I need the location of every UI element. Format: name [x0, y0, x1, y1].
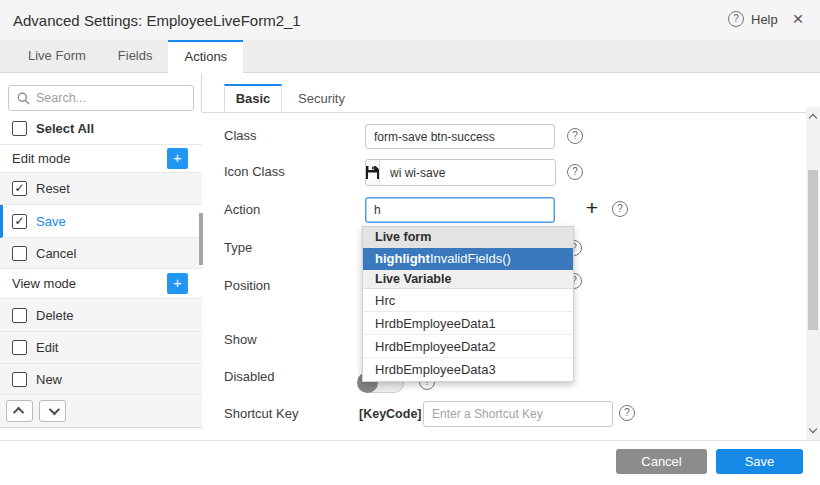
class-input[interactable] — [365, 124, 555, 149]
dropdown-group-live-form: Live form — [363, 227, 573, 248]
tab-actions[interactable]: Actions — [168, 40, 243, 73]
icon-class-help-icon[interactable]: ? — [567, 164, 583, 180]
close-icon[interactable]: × — [787, 8, 809, 30]
class-label: Class — [224, 128, 344, 143]
icon-class-input-group — [365, 159, 556, 186]
section-edit-mode: Edit mode + — [0, 145, 202, 173]
dialog-footer: Cancel Save — [0, 440, 820, 485]
cancel-label: Cancel — [36, 246, 76, 261]
shortcut-key-label: Shortcut Key — [224, 406, 344, 421]
delete-label: Delete — [36, 308, 74, 323]
edit-label: Edit — [36, 340, 58, 355]
icon-class-addon[interactable] — [366, 160, 380, 185]
save-icon — [366, 166, 379, 179]
search-input[interactable] — [36, 91, 176, 105]
chevron-down-icon — [48, 404, 59, 415]
action-label: Action — [224, 202, 344, 217]
sidebar-scrollbar-thumb[interactable] — [199, 213, 203, 265]
disabled-label: Disabled — [224, 369, 344, 384]
sidebar-item-reset[interactable]: ✓ Reset — [0, 173, 202, 205]
sidebar-item-select-all[interactable]: Select All — [0, 112, 202, 145]
shortcut-help-icon[interactable]: ? — [619, 405, 635, 421]
edit-checkbox[interactable] — [12, 340, 27, 355]
dropdown-group-live-variable: Live Variable — [363, 270, 573, 289]
add-edit-action-button[interactable]: + — [167, 148, 188, 169]
type-label: Type — [224, 240, 344, 255]
dropdown-item-highlight-invalid-fields[interactable]: highlightInvalidFields() — [363, 248, 573, 270]
shortcut-key-input[interactable] — [423, 401, 613, 427]
main-tabbar: Live Form Fields Actions — [0, 40, 820, 73]
icon-class-input[interactable] — [380, 160, 555, 185]
scroll-up-icon[interactable] — [809, 114, 817, 122]
tab-live-form[interactable]: Live Form — [12, 40, 102, 72]
tab-security[interactable]: Security — [284, 85, 359, 113]
help-icon: ? — [728, 11, 744, 27]
sidebar-item-new[interactable]: New — [0, 364, 202, 395]
new-label: New — [36, 372, 62, 387]
add-view-action-button[interactable]: + — [167, 273, 188, 294]
actions-sidebar: Select All Edit mode + ✓ Reset ✓ Save Ca… — [0, 73, 202, 428]
reset-label: Reset — [36, 181, 70, 196]
check-icon: ✓ — [14, 182, 24, 195]
icon-class-label: Icon Class — [224, 164, 344, 179]
panel-scrollbar-thumb[interactable] — [808, 170, 818, 330]
edit-mode-label: Edit mode — [12, 151, 71, 166]
delete-checkbox[interactable] — [12, 308, 27, 323]
dropdown-item[interactable]: Hrc — [363, 289, 573, 312]
chevron-up-icon — [12, 407, 23, 418]
new-checkbox[interactable] — [12, 372, 27, 387]
sidebar-search[interactable] — [8, 85, 194, 111]
reset-checkbox[interactable]: ✓ — [12, 181, 27, 196]
search-icon — [17, 92, 30, 105]
save-button[interactable]: Save — [716, 449, 803, 474]
help-button[interactable]: ? Help — [728, 11, 778, 27]
move-up-button[interactable] — [6, 400, 33, 422]
cancel-checkbox[interactable] — [12, 246, 27, 261]
action-input[interactable] — [365, 197, 555, 223]
help-label: Help — [751, 12, 778, 27]
show-label: Show — [224, 332, 344, 347]
select-all-label: Select All — [36, 121, 94, 136]
save-label: Save — [36, 214, 66, 229]
tab-basic[interactable]: Basic — [224, 84, 282, 113]
cancel-button[interactable]: Cancel — [616, 449, 707, 474]
dropdown-item[interactable]: HrdbEmployeeData2 — [363, 335, 573, 358]
dialog-header: Advanced Settings: EmployeeLiveForm2_1 ?… — [0, 0, 820, 40]
sidebar-item-save[interactable]: ✓ Save — [0, 205, 202, 238]
scroll-down-icon[interactable] — [809, 425, 817, 433]
add-action-icon[interactable]: + — [582, 197, 602, 219]
advanced-settings-dialog: Advanced Settings: EmployeeLiveForm2_1 ?… — [0, 0, 820, 485]
dialog-title: Advanced Settings: EmployeeLiveForm2_1 — [13, 12, 301, 29]
sidebar-item-cancel[interactable]: Cancel — [0, 238, 202, 269]
select-all-checkbox[interactable] — [12, 121, 27, 136]
dropdown-item[interactable]: HrdbEmployeeData1 — [363, 312, 573, 335]
tab-fields[interactable]: Fields — [102, 40, 169, 72]
check-icon: ✓ — [14, 215, 24, 228]
reorder-controls — [0, 395, 202, 427]
rest-text: InvalidFields() — [430, 251, 511, 266]
move-down-button[interactable] — [39, 400, 66, 422]
section-view-mode: View mode + — [0, 269, 202, 299]
save-checkbox[interactable]: ✓ — [12, 214, 27, 229]
sidebar-item-delete[interactable]: Delete — [0, 299, 202, 332]
panel-scrollbar[interactable] — [806, 107, 820, 440]
action-help-icon[interactable]: ? — [612, 201, 628, 217]
match-text: highlight — [375, 251, 430, 266]
view-mode-label: View mode — [12, 276, 76, 291]
keycode-prefix: [KeyCode] + — [359, 407, 432, 421]
class-help-icon[interactable]: ? — [567, 128, 583, 144]
position-label: Position — [224, 278, 344, 293]
sidebar-item-edit[interactable]: Edit — [0, 332, 202, 364]
action-suggestion-dropdown: Live form highlightInvalidFields() Live … — [362, 226, 574, 382]
dropdown-item[interactable]: HrdbEmployeeData3 — [363, 358, 573, 381]
